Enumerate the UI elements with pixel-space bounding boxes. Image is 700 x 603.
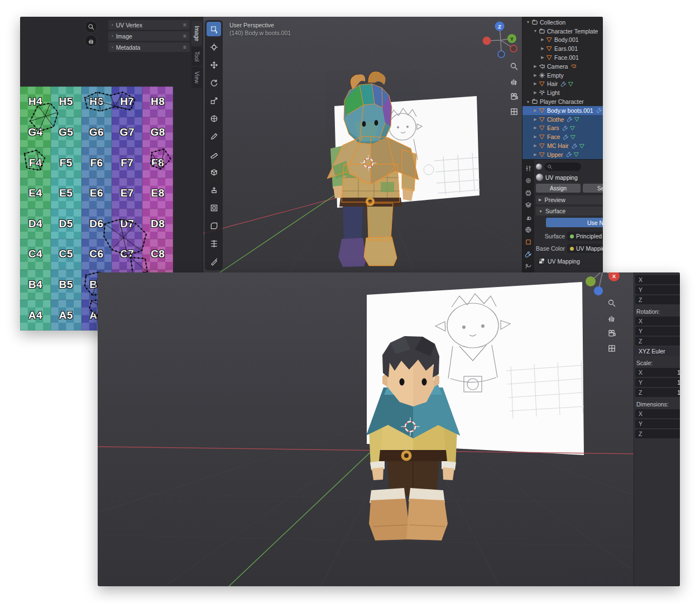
- chevron-right-icon[interactable]: ▶: [533, 73, 538, 78]
- hand-button[interactable]: [85, 35, 97, 47]
- preview-section-header[interactable]: ▶ Preview: [536, 195, 603, 204]
- properties-tab-output[interactable]: [523, 188, 534, 198]
- chevron-right-icon[interactable]: ▶: [533, 82, 538, 86]
- properties-tab-physics[interactable]: [523, 261, 534, 272]
- chevron-right-icon[interactable]: ▶: [540, 55, 545, 60]
- tool-scale-button[interactable]: [207, 93, 221, 108]
- outliner-item-ears[interactable]: ▶Ears: [522, 124, 603, 133]
- chevron-right-icon[interactable]: ▶: [540, 46, 545, 51]
- surface-section-header[interactable]: ▼ Surface: [536, 207, 603, 216]
- select-button[interactable]: Select: [583, 184, 603, 193]
- chevron-right-icon[interactable]: ▶: [533, 64, 538, 69]
- tool-inset-button[interactable]: [207, 200, 221, 215]
- outliner-item-camera[interactable]: ▶Camera: [522, 62, 603, 71]
- chevron-right-icon[interactable]: ▶: [533, 135, 538, 139]
- nav-hand-button[interactable]: [508, 75, 520, 88]
- tool-move-button[interactable]: [207, 58, 221, 72]
- side-tab-image[interactable]: Image: [191, 21, 202, 46]
- tool-cursor-button[interactable]: [207, 40, 221, 54]
- nav-camera-button[interactable]: [606, 327, 618, 339]
- chevron-right-icon[interactable]: ▶: [533, 143, 538, 148]
- rotation-mode-dropdown[interactable]: XYZ Euler: [635, 347, 680, 356]
- scale-y-field[interactable]: Y1: [635, 378, 680, 387]
- outliner-item-body-w-boots-001[interactable]: ▶Body.w boots.001: [522, 106, 603, 115]
- chevron-down-icon[interactable]: ▼: [533, 29, 538, 33]
- uv-grid-label: C5: [51, 239, 81, 270]
- side-tab-view[interactable]: View: [191, 67, 202, 88]
- scale-x-field[interactable]: X1: [635, 368, 680, 377]
- panel-header-metadata[interactable]: ›Metadata≡: [108, 42, 190, 52]
- dimensions-y-field[interactable]: Y: [635, 419, 680, 428]
- outliner-item-collection[interactable]: ▼Collection: [522, 18, 603, 27]
- outliner-item-character-template[interactable]: ▼Character Template: [522, 27, 603, 36]
- surface-shader-dropdown[interactable]: Principled BSDF: [567, 232, 603, 241]
- outliner-item-face[interactable]: ▶Face: [522, 132, 603, 141]
- uv-mapping-node-row[interactable]: UV Mapping: [536, 256, 603, 266]
- side-tab-tool[interactable]: Tool: [191, 47, 202, 66]
- outliner-item-player-character[interactable]: ▼Player Character: [522, 97, 603, 106]
- location-z-field[interactable]: Z: [635, 295, 680, 304]
- tool-transform-button[interactable]: [207, 111, 221, 126]
- material-search-input[interactable]: [544, 162, 581, 171]
- nav-grid-button[interactable]: [508, 106, 520, 118]
- assign-button[interactable]: Assign: [536, 184, 581, 193]
- properties-tab-world[interactable]: [523, 224, 534, 235]
- tool-rotate-button[interactable]: [207, 75, 221, 90]
- outliner-item-clothe[interactable]: ▶Clothe: [522, 115, 603, 124]
- drag-handle-icon[interactable]: ≡: [183, 44, 186, 50]
- chevron-down-icon[interactable]: ▼: [525, 100, 531, 104]
- drag-handle-icon[interactable]: ≡: [183, 22, 186, 28]
- tool-add-cube-button[interactable]: [207, 165, 221, 179]
- tool-measure-button[interactable]: [207, 147, 221, 161]
- outliner-item-light[interactable]: ▶Light: [522, 88, 603, 97]
- panel-header-image[interactable]: ›Image≡: [108, 31, 190, 41]
- chevron-right-icon[interactable]: ▶: [533, 152, 538, 157]
- nav-gizmo-front[interactable]: X: [586, 272, 620, 295]
- tool-knife-button[interactable]: [207, 254, 221, 269]
- tool-bevel-button[interactable]: [207, 218, 221, 233]
- dimensions-x-field[interactable]: X: [635, 409, 680, 418]
- magnifier-button[interactable]: [85, 21, 97, 33]
- chevron-right-icon[interactable]: ▶: [533, 90, 538, 95]
- chevron-right-icon[interactable]: ▶: [533, 117, 538, 122]
- properties-tab-render[interactable]: [523, 175, 534, 186]
- outliner-item-mc-hair[interactable]: ▶MC Hair: [522, 141, 603, 150]
- nav-gizmo-back[interactable]: Z Y: [483, 22, 517, 58]
- location-x-field[interactable]: X: [635, 275, 680, 284]
- rotation-x-field[interactable]: X: [635, 317, 680, 326]
- nav-hand-button[interactable]: [606, 312, 618, 324]
- outliner-item-face-001[interactable]: ▶Face.001: [522, 53, 603, 62]
- outliner-item-body-001[interactable]: ▶Body.001: [522, 36, 603, 45]
- tool-extrude-button[interactable]: [207, 183, 221, 197]
- rotation-z-field[interactable]: Z: [635, 337, 680, 346]
- nav-magnifier-button[interactable]: [508, 60, 520, 73]
- outliner-item-ears-001[interactable]: ▶Ears.001: [522, 44, 603, 53]
- scale-z-field[interactable]: Z1: [635, 388, 680, 397]
- base-color-dropdown[interactable]: UV Mapping: [567, 244, 603, 253]
- material-name[interactable]: UV mapping: [545, 174, 578, 181]
- outliner-item-empty[interactable]: ▶Empty: [522, 71, 603, 80]
- location-y-field[interactable]: Y: [635, 285, 680, 294]
- nav-grid-button[interactable]: [606, 342, 618, 355]
- chevron-right-icon[interactable]: ▶: [533, 126, 538, 130]
- use-nodes-button[interactable]: Use Nodes: [546, 218, 603, 227]
- properties-tab-tool[interactable]: [523, 163, 534, 174]
- properties-tab-modifiers[interactable]: [523, 249, 534, 260]
- properties-tab-view-layer[interactable]: [523, 200, 534, 210]
- panel-header-uv-vertex[interactable]: ›UV Vertex≡: [108, 20, 190, 30]
- drag-handle-icon[interactable]: ≡: [183, 33, 186, 39]
- nav-camera-button[interactable]: [508, 90, 520, 103]
- tool-select-box-button[interactable]: [207, 22, 221, 36]
- chevron-down-icon[interactable]: ▼: [525, 20, 531, 24]
- rotation-y-field[interactable]: Y: [635, 327, 680, 336]
- tool-loop-cut-button[interactable]: [207, 236, 221, 251]
- chevron-right-icon[interactable]: ▶: [533, 108, 538, 113]
- properties-tab-object[interactable]: [523, 237, 534, 247]
- dimensions-z-field[interactable]: Z: [635, 429, 680, 438]
- chevron-right-icon[interactable]: ▶: [540, 37, 545, 42]
- properties-tab-scene[interactable]: [523, 212, 534, 223]
- nav-magnifier-button[interactable]: [606, 297, 618, 309]
- outliner-item-upper[interactable]: ▶Upper: [522, 150, 603, 159]
- outliner-item-hair[interactable]: ▶Hair: [522, 80, 603, 89]
- tool-annotate-button[interactable]: [207, 129, 221, 143]
